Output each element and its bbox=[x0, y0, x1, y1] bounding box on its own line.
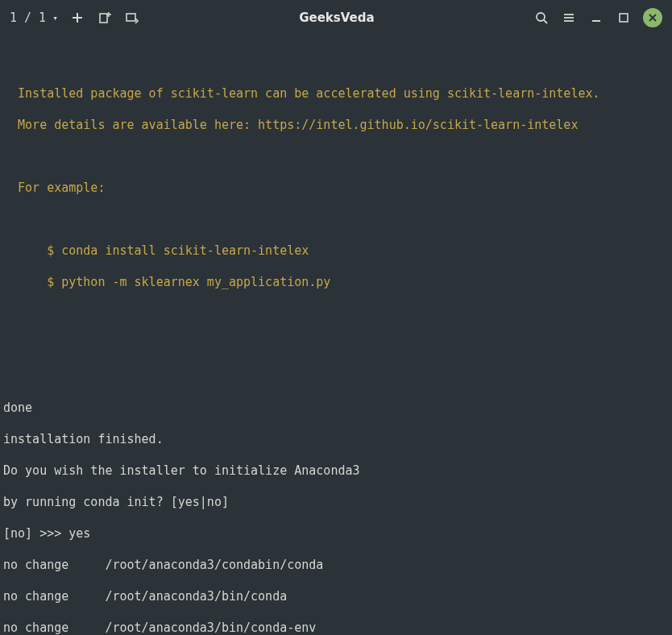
menu-overflow-button[interactable] bbox=[124, 10, 140, 26]
chevron-down-icon: ▾ bbox=[52, 13, 58, 23]
output-line: no change /root/anaconda3/bin/conda-env bbox=[3, 620, 669, 636]
search-button[interactable] bbox=[533, 10, 550, 26]
terminal-output[interactable]: Installed package of scikit-learn can be… bbox=[0, 35, 672, 635]
minimize-button[interactable] bbox=[588, 10, 604, 26]
new-window-button[interactable] bbox=[97, 10, 113, 26]
output-line: by running conda init? [yes|no] bbox=[3, 495, 669, 511]
close-button[interactable] bbox=[643, 8, 662, 27]
output-line: $ python -m sklearnex my_application.py bbox=[3, 275, 669, 291]
output-line: no change /root/anaconda3/bin/conda bbox=[3, 589, 669, 605]
svg-line-7 bbox=[544, 20, 547, 23]
window-title: GeeksVeda bbox=[153, 10, 521, 25]
maximize-button[interactable] bbox=[616, 10, 632, 26]
svg-rect-2 bbox=[100, 14, 107, 23]
output-line: For example: bbox=[3, 181, 669, 197]
svg-rect-12 bbox=[620, 14, 628, 22]
tab-counter-text: 1 / 1 bbox=[10, 10, 46, 25]
output-line: done bbox=[3, 401, 669, 417]
output-line: More details are available here: https:/… bbox=[3, 118, 669, 134]
new-tab-button[interactable] bbox=[69, 10, 85, 26]
output-line: [no] >>> yes bbox=[3, 526, 669, 542]
output-line: no change /root/anaconda3/condabin/conda bbox=[3, 558, 669, 574]
tab-counter[interactable]: 1 / 1 ▾ bbox=[10, 10, 58, 25]
output-line: Do you wish the installer to initialize … bbox=[3, 463, 669, 479]
titlebar: 1 / 1 ▾ GeeksVeda bbox=[0, 0, 672, 35]
output-line: Installed package of scikit-learn can be… bbox=[3, 86, 669, 102]
svg-point-6 bbox=[537, 13, 545, 21]
output-line: $ conda install scikit-learn-intelex bbox=[3, 243, 669, 259]
titlebar-right bbox=[533, 8, 662, 27]
svg-rect-5 bbox=[127, 14, 135, 21]
titlebar-left: 1 / 1 ▾ bbox=[10, 10, 140, 26]
hamburger-menu-button[interactable] bbox=[561, 10, 577, 26]
output-line: installation finished. bbox=[3, 432, 669, 448]
